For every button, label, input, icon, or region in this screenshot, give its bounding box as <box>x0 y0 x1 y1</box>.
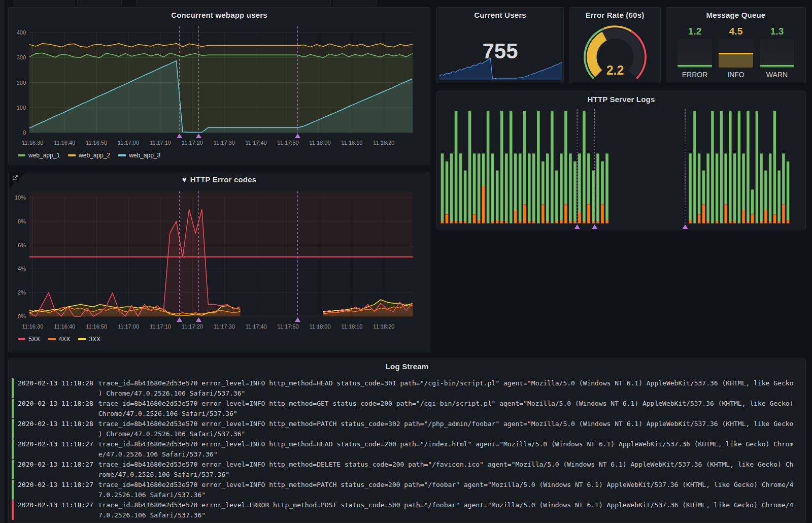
x-axis-tick-label: 11:17:10 <box>150 323 171 330</box>
annotation-marker[interactable] <box>177 134 182 138</box>
log-count-bar <box>578 153 581 212</box>
log-error-bar <box>478 220 481 223</box>
log-row[interactable]: 2020-02-13 11:18:27trace_id=8b41680e2d53… <box>12 480 801 500</box>
log-row[interactable]: 2020-02-13 11:18:27trace_id=8b41680e2d53… <box>12 500 801 520</box>
log-error-bar <box>546 221 549 223</box>
log-count-bar <box>729 111 731 221</box>
annotation-marker[interactable] <box>574 224 580 229</box>
log-count-bar <box>760 153 762 221</box>
panel-title-current-users[interactable]: Current Users <box>437 8 563 22</box>
log-message-line2: ) Chrome/47.0.2526.106 Safari/537.36" <box>98 429 794 439</box>
log-error-bar <box>751 214 754 223</box>
log-count-bar <box>751 189 754 214</box>
log-message-line2: rome/47.0.2526.106 Safari/537.36" <box>98 470 794 480</box>
log-error-bar <box>596 221 599 223</box>
log-count-bar <box>505 153 508 221</box>
log-count-bar <box>769 153 771 221</box>
legend-item-web_app_3[interactable]: web_app_3 <box>118 152 160 159</box>
external-link-icon[interactable] <box>12 175 18 181</box>
y-axis-tick-label: 2% <box>18 289 26 296</box>
log-count-bar <box>496 171 499 220</box>
log-message-line1: trace_id=8b41680e2d53e570 error_level=IN… <box>98 419 794 429</box>
panel-title-error-rate[interactable]: Error Rate (60s) <box>569 8 660 22</box>
log-error-bar <box>592 221 595 223</box>
legend-item-4XX[interactable]: 4XX <box>48 336 71 343</box>
log-row[interactable]: 2020-02-13 11:18:27trace_id=8b41680e2d53… <box>12 460 801 479</box>
y-axis-tick-label: 8% <box>18 218 26 224</box>
http-server-logs-chart[interactable] <box>439 106 804 231</box>
panel-current-users: Current Users 755 <box>436 7 564 83</box>
log-error-bar <box>532 221 535 223</box>
panel-title-message-queue[interactable]: Message Queue <box>666 8 805 22</box>
log-count-bar <box>523 111 526 204</box>
panel-title-http-error-codes[interactable]: ♥ HTTP Error codes <box>9 172 430 186</box>
log-message: trace_id=8b41680e2d53e570 error_level=IN… <box>98 419 794 439</box>
annotation-marker[interactable] <box>196 134 201 138</box>
x-axis-tick-label: 11:18:10 <box>341 140 362 146</box>
x-axis-tick-label: 11:18:20 <box>373 323 394 330</box>
queue-bar-warn: 1.3WARN <box>760 26 794 79</box>
legend-label: web_app_3 <box>129 152 160 159</box>
log-row[interactable]: 2020-02-13 11:18:28trace_id=8b41680e2d53… <box>12 399 801 418</box>
queue-bar-info: 4.5INFO <box>719 26 753 79</box>
log-level-indicator <box>12 419 14 439</box>
annotation-marker[interactable] <box>295 317 300 322</box>
legend-item-5XX[interactable]: 5XX <box>18 336 40 343</box>
log-error-bar <box>698 214 700 223</box>
log-count-bar <box>693 111 696 223</box>
log-error-bar <box>742 210 745 223</box>
log-count-bar <box>587 153 590 204</box>
log-message: trace_id=8b41680e2d53e570 error_level=IN… <box>98 399 794 418</box>
annotation-marker[interactable] <box>592 224 597 229</box>
log-count-bar <box>468 111 471 223</box>
panel-title-http-server-logs[interactable]: HTTP Server Logs <box>437 92 805 106</box>
log-count-bar <box>583 111 586 221</box>
log-count-bar <box>564 111 567 204</box>
viewport-left-edge <box>0 0 5 523</box>
legend-item-web_app_2[interactable]: web_app_2 <box>68 152 110 159</box>
panel-http-error-codes: ♥ HTTP Error codes 11:16:3011:16:4011:16… <box>8 172 430 352</box>
x-axis-tick-label: 11:17:20 <box>182 323 203 330</box>
log-count-bar <box>747 111 749 221</box>
legend-label: 4XX <box>59 336 71 343</box>
log-count-bar <box>551 111 554 223</box>
log-row[interactable]: 2020-02-13 11:18:28trace_id=8b41680e2d53… <box>12 419 801 439</box>
y-axis-tick-label: 0 <box>23 129 26 136</box>
legend-item-web_app_1[interactable]: web_app_1 <box>18 152 60 159</box>
log-stream-rows: 2020-02-13 11:18:28trace_id=8b41680e2d53… <box>9 373 805 520</box>
x-axis-tick-label: 11:18:20 <box>373 140 394 146</box>
annotation-marker[interactable] <box>295 134 300 138</box>
panel-title-concurrent-webapp-users[interactable]: Concurrent webapp users <box>9 8 430 22</box>
log-timestamp: 2020-02-13 11:18:28 <box>18 399 93 418</box>
log-count-bar <box>532 153 535 221</box>
http-error-codes-chart[interactable]: 11:16:3011:16:4011:16:5011:17:0011:17:10… <box>13 186 427 334</box>
annotation-marker[interactable] <box>177 317 182 322</box>
y-axis-tick-label: 200 <box>17 80 26 86</box>
log-count-bar <box>720 111 723 223</box>
log-count-bar <box>569 153 572 221</box>
queue-bar-track <box>678 39 712 68</box>
annotation-marker[interactable] <box>196 317 201 322</box>
x-axis-tick-label: 11:17:00 <box>118 140 139 146</box>
x-axis-tick-label: 11:17:40 <box>246 140 267 146</box>
queue-bar-track <box>719 39 753 68</box>
log-timestamp: 2020-02-13 11:18:28 <box>18 378 93 398</box>
log-count-bar <box>560 153 563 220</box>
current-users-value: 755 <box>437 39 563 63</box>
y-axis-tick-label: 4% <box>18 266 26 272</box>
log-count-bar <box>446 161 449 214</box>
queue-label: INFO <box>727 71 744 79</box>
log-error-bar <box>482 186 485 223</box>
log-error-bar <box>446 214 449 223</box>
y-axis-tick-label: 100 <box>17 105 26 111</box>
log-error-bar <box>473 214 476 223</box>
legend-item-3XX[interactable]: 3XX <box>78 336 100 343</box>
concurrent-users-chart[interactable]: 11:16:3011:16:4011:16:5011:17:0011:17:10… <box>13 22 427 150</box>
annotation-marker[interactable] <box>683 224 688 229</box>
log-row[interactable]: 2020-02-13 11:18:28trace_id=8b41680e2d53… <box>12 378 801 398</box>
log-count-bar <box>742 153 745 210</box>
queue-value: 4.5 <box>729 26 742 38</box>
log-row[interactable]: 2020-02-13 11:18:27trace_id=8b41680e2d53… <box>12 439 801 459</box>
panel-title-log-stream[interactable]: Log Stream <box>9 359 805 373</box>
log-error-bar <box>782 204 785 223</box>
